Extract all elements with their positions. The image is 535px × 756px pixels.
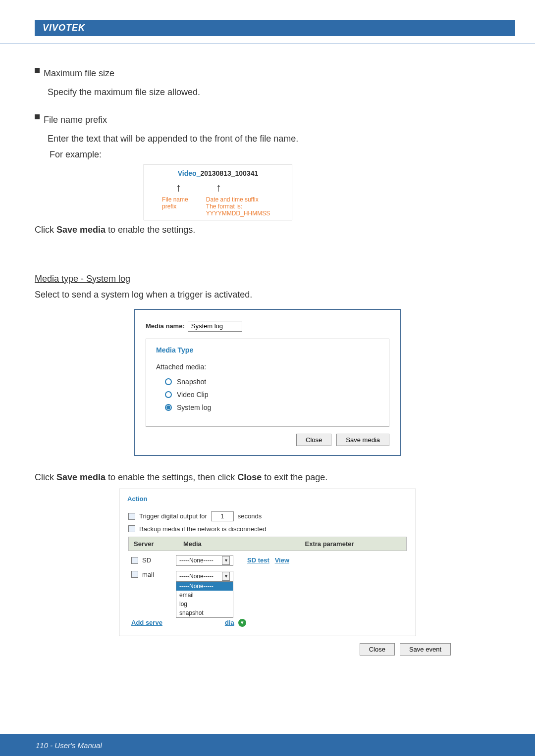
page-footer: 110 - User's Manual bbox=[0, 734, 535, 756]
add-links-row: Add serve dia ▾ bbox=[128, 619, 407, 628]
dropdown-option-none[interactable]: -----None----- bbox=[176, 582, 233, 591]
example-prefix: Video bbox=[178, 169, 197, 177]
action-legend: Action bbox=[124, 495, 150, 503]
radio-label-snapshot: Snapshot bbox=[177, 378, 206, 386]
example-prefix-label: File name prefix bbox=[162, 196, 195, 217]
bullet-desc-1: Specify the maximum file size allowed. bbox=[48, 86, 500, 99]
footer-text: 110 - User's Manual bbox=[36, 741, 102, 750]
trigger-post: seconds bbox=[238, 512, 262, 520]
media-type-fieldset: Media Type Attached media: Snapshot Vide… bbox=[146, 339, 389, 427]
row-mail-label: mail bbox=[142, 571, 154, 578]
media-name-label: Media name: bbox=[146, 322, 185, 330]
row-sd-label: SD bbox=[142, 556, 151, 564]
media-name-row: Media name: bbox=[146, 321, 389, 332]
media-name-input[interactable] bbox=[188, 321, 242, 332]
bullet-max-file-size: Maximum file size bbox=[35, 64, 500, 83]
col-server: Server bbox=[129, 537, 178, 551]
bullet-title-2: File name prefix bbox=[44, 113, 107, 126]
chevron-down-icon: ▾ bbox=[222, 572, 230, 581]
media-type-heading: Media type - System log bbox=[35, 272, 500, 285]
media-type-legend: Media Type bbox=[153, 346, 196, 354]
filename-example-box: Video_20130813_100341 ↑ ↑ File name pref… bbox=[144, 164, 292, 220]
brand-header: VIVOTEK bbox=[35, 20, 515, 36]
close-button[interactable]: Close bbox=[296, 434, 331, 446]
checkbox-icon[interactable] bbox=[131, 571, 138, 578]
trigger-pre: Trigger digital output for bbox=[139, 512, 207, 520]
dropdown-option-email[interactable]: email bbox=[176, 591, 233, 600]
bullet-filename-prefix: File name prefix bbox=[35, 110, 500, 129]
view-link[interactable]: View bbox=[275, 556, 289, 564]
save-media-button[interactable]: Save media bbox=[336, 434, 389, 446]
trigger-output-row: Trigger digital output for seconds bbox=[128, 511, 407, 521]
header-divider bbox=[0, 43, 535, 44]
sd-test-link[interactable]: SD test bbox=[247, 556, 269, 564]
bullet-title-1: Maximum file size bbox=[44, 67, 114, 80]
radio-icon[interactable] bbox=[165, 378, 172, 385]
checkbox-icon[interactable] bbox=[131, 557, 138, 564]
click-save-media-line: Click Save media to enable the settings. bbox=[35, 223, 500, 236]
example-suffix-label-1: Date and time suffix bbox=[206, 196, 286, 203]
dropdown-option-log[interactable]: log bbox=[176, 600, 233, 608]
dialog-button-row: Close Save media bbox=[146, 434, 389, 446]
save-event-button[interactable]: Save event bbox=[400, 643, 451, 655]
square-bullet-icon bbox=[35, 114, 40, 119]
backup-media-row: Backup media if the network is disconnec… bbox=[128, 525, 407, 533]
col-extra: Extra parameter bbox=[253, 537, 406, 551]
example-arrows: ↑ ↑ bbox=[150, 181, 286, 194]
add-media-link-partial[interactable]: dia bbox=[225, 619, 234, 626]
example-date: 20130813_100341 bbox=[200, 169, 258, 177]
trigger-seconds-input[interactable] bbox=[211, 511, 234, 521]
radio-label-systemlog: System log bbox=[177, 403, 211, 411]
radio-snapshot-row[interactable]: Snapshot bbox=[165, 378, 379, 386]
table-row: SD -----None----- ▾ SD test View bbox=[128, 551, 407, 567]
add-server-link[interactable]: Add serve bbox=[131, 619, 162, 626]
add-icon[interactable]: ▾ bbox=[238, 619, 246, 627]
radio-label-videoclip: Video Clip bbox=[177, 391, 209, 399]
media-type-dialog: Media name: Media Type Attached media: S… bbox=[134, 309, 401, 456]
action-table-head: Server Media Extra parameter bbox=[128, 537, 407, 551]
brand-text: VIVOTEK bbox=[43, 23, 85, 33]
action-button-row: Close Save event bbox=[35, 643, 451, 655]
backup-label: Backup media if the network is disconnec… bbox=[139, 525, 267, 533]
media-type-desc: Select to send a system log when a trigg… bbox=[35, 288, 500, 301]
chevron-down-icon: ▾ bbox=[222, 556, 230, 565]
dropdown-option-snapshot[interactable]: snapshot bbox=[176, 608, 233, 617]
example-filename: Video_20130813_100341 bbox=[150, 169, 286, 177]
action-box: Action Trigger digital output for second… bbox=[119, 489, 416, 636]
media-dropdown-open: -----None----- email log snapshot bbox=[176, 581, 233, 618]
bullet-desc-2: Enter the text that will be appended to … bbox=[48, 132, 500, 145]
radio-videoclip-row[interactable]: Video Clip bbox=[165, 391, 379, 399]
table-row: mail -----None----- ▾ -----None----- ema… bbox=[128, 567, 407, 619]
bullet-sub-2: For example: bbox=[50, 148, 500, 161]
radio-icon[interactable] bbox=[165, 391, 172, 398]
attached-media-label: Attached media: bbox=[156, 363, 379, 371]
square-bullet-icon bbox=[35, 68, 40, 73]
arrow-up-icon: ↑ bbox=[176, 181, 181, 194]
media-select-sd[interactable]: -----None----- ▾ bbox=[176, 555, 233, 566]
radio-systemlog-row[interactable]: System log bbox=[165, 403, 379, 411]
arrow-up-icon: ↑ bbox=[216, 181, 221, 194]
example-suffix-label-2: The format is: YYYYMMDD_HHMMSS bbox=[206, 203, 286, 217]
media-select-mail[interactable]: -----None----- ▾ bbox=[176, 571, 233, 582]
checkbox-icon[interactable] bbox=[128, 513, 135, 520]
checkbox-icon[interactable] bbox=[128, 525, 135, 532]
radio-icon[interactable] bbox=[165, 404, 172, 411]
col-media: Media bbox=[178, 537, 253, 551]
click-save-close-line: Click Save media to enable the settings,… bbox=[35, 471, 500, 484]
close-button[interactable]: Close bbox=[360, 643, 395, 655]
example-labels-row: File name prefix Date and time suffix Th… bbox=[150, 196, 286, 217]
